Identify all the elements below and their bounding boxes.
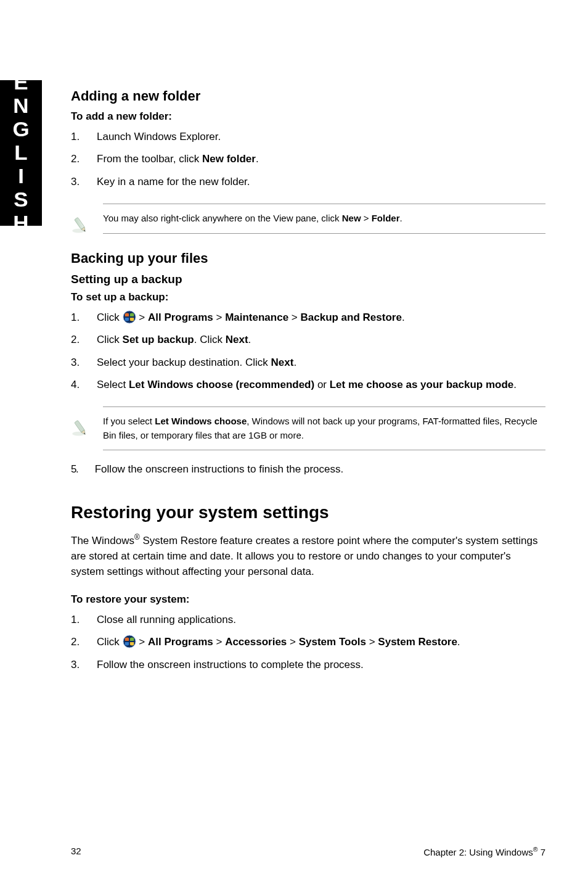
restore-intro: The Windows® System Restore feature crea… (71, 532, 545, 580)
heading-backup: Backing up your files (71, 250, 545, 266)
svg-rect-5 (75, 421, 84, 433)
steps-backup-b: 5.Follow the onscreen instructions to fi… (71, 461, 545, 477)
lead-backup: To set up a backup: (71, 291, 545, 303)
steps-restore: 1.Close all running applications. 2.Clic… (71, 612, 545, 673)
steps-backup-a: 1.Click > All Programs > Maintenance > B… (71, 310, 545, 393)
list-item: 1.Click > All Programs > Maintenance > B… (71, 310, 545, 326)
page-footer: 32 Chapter 2: Using Windows® 7 (71, 846, 545, 857)
note-text: You may also right-click anywhere on the… (103, 204, 545, 234)
heading-restore: Restoring your system settings (71, 503, 545, 522)
note-text: If you select Let Windows choose, Window… (103, 406, 545, 450)
language-side-tab: ENGLISH (0, 80, 42, 226)
chapter-label: Chapter 2: Using Windows® 7 (423, 846, 545, 857)
language-label: ENGLISH (10, 71, 32, 235)
list-item: 2.From the toolbar, click New folder. (71, 151, 545, 167)
subheading-setup-backup: Setting up a backup (71, 273, 545, 286)
list-item: 4.Select Let Windows choose (recommended… (71, 377, 545, 393)
pencil-icon (71, 406, 103, 439)
windows-start-icon (123, 635, 136, 648)
note-add-folder: You may also right-click anywhere on the… (71, 204, 545, 236)
svg-rect-1 (75, 217, 84, 229)
windows-start-icon (123, 310, 136, 324)
list-item: 1.Launch Windows Explorer. (71, 129, 545, 145)
lead-restore: To restore your system: (71, 593, 545, 606)
heading-add-folder: Adding a new folder (71, 88, 545, 104)
list-item: 3.Select your backup destination. Click … (71, 355, 545, 371)
page-number: 32 (71, 846, 81, 857)
lead-add-folder: To add a new folder: (71, 110, 545, 123)
list-item: 3.Key in a name for the new folder. (71, 174, 545, 190)
list-item: 3.Follow the onscreen instructions to co… (71, 657, 545, 673)
list-item: 2.Click > All Programs > Accessories > S… (71, 634, 545, 650)
list-item: 2.Click Set up backup. Click Next. (71, 332, 545, 348)
steps-add-folder: 1.Launch Windows Explorer. 2.From the to… (71, 129, 545, 190)
list-item: 5.Follow the onscreen instructions to fi… (71, 461, 545, 477)
note-backup: If you select Let Windows choose, Window… (71, 406, 545, 450)
page-content: Adding a new folder To add a new folder:… (71, 88, 545, 679)
pencil-icon (71, 204, 103, 236)
list-item: 1.Close all running applications. (71, 612, 545, 628)
